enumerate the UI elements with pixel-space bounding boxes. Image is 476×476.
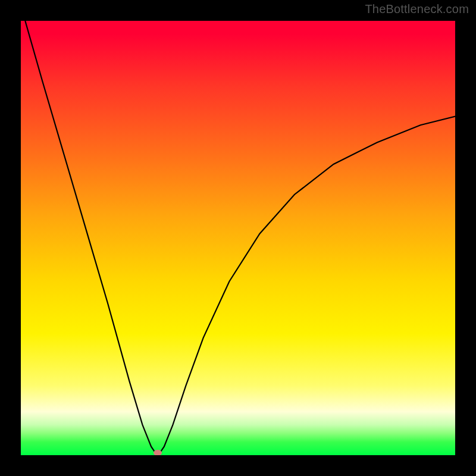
bottleneck-curve [21,21,455,455]
watermark-text: TheBottleneck.com [365,2,469,16]
plot-area [21,21,455,455]
chart-frame: TheBottleneck.com [0,0,476,476]
